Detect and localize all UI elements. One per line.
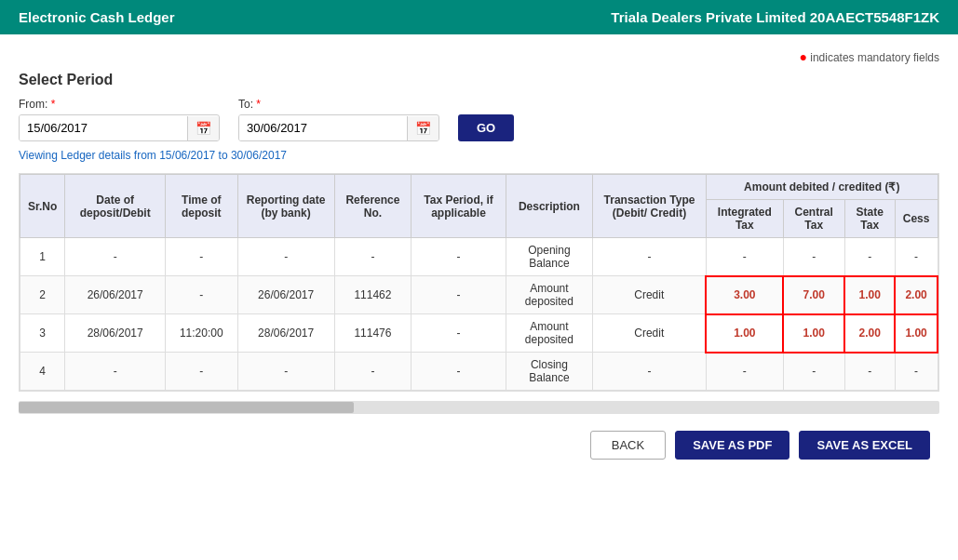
from-group: From: * 📅 (19, 98, 220, 141)
mandatory-dot: ● (799, 49, 806, 64)
save-excel-button[interactable]: SAVE AS EXCEL (799, 431, 930, 460)
integrated-tax-cell: - (706, 238, 783, 276)
tax-period-cell: - (412, 276, 506, 314)
mandatory-note: ● indicates mandatory fields (19, 49, 939, 64)
to-date-input-wrapper: 📅 (238, 114, 439, 141)
col-cess: Cess (895, 200, 938, 238)
viewing-info: Viewing Ledger details from 15/06/2017 t… (19, 149, 939, 162)
col-date: Date of deposit/Debit (65, 175, 166, 238)
transaction-type-cell: - (593, 353, 707, 391)
from-label: From: * (19, 98, 220, 111)
save-pdf-button[interactable]: SAVE AS PDF (675, 431, 789, 460)
col-reporting-date: Reporting date (by bank) (237, 175, 334, 238)
reporting-date-cell: 28/06/2017 (237, 314, 334, 353)
sr-no-cell: 1 (20, 238, 65, 276)
central-tax-cell: 1.00 (783, 314, 844, 353)
ref-no-cell: 111476 (334, 314, 412, 353)
footer-buttons: BACK SAVE AS PDF SAVE AS EXCEL (19, 425, 939, 465)
time-cell: - (165, 238, 237, 276)
to-group: To: * 📅 (238, 98, 439, 141)
col-state-tax: State Tax (844, 200, 895, 238)
to-label: To: * (238, 98, 439, 111)
page-title: Select Period (19, 72, 939, 88)
central-tax-cell: - (783, 238, 844, 276)
state-tax-cell: 1.00 (844, 276, 895, 314)
state-tax-cell: 2.00 (844, 314, 895, 353)
ref-no-cell: - (334, 238, 412, 276)
description-cell: Amount deposited (506, 276, 592, 314)
col-description: Description (506, 175, 592, 238)
time-cell: - (165, 353, 237, 391)
col-time: Time of deposit (165, 175, 237, 238)
company-info: Triala Dealers Private Limited 20AAECT55… (611, 9, 939, 25)
transaction-type-cell: - (593, 238, 707, 276)
from-date-input[interactable] (20, 115, 187, 140)
main-content: ● indicates mandatory fields Select Peri… (0, 34, 958, 480)
app-title: Electronic Cash Ledger (19, 9, 175, 25)
horizontal-scrollbar[interactable] (19, 401, 939, 414)
reporting-date-cell: - (237, 353, 334, 391)
col-amount-header: Amount debited / credited (₹) (706, 175, 938, 200)
col-ref-no: Reference No. (334, 175, 412, 238)
cess-cell: - (895, 353, 938, 391)
cess-cell: - (895, 238, 938, 276)
table-row: 4-----Closing Balance----- (20, 353, 938, 391)
time-cell: - (165, 276, 237, 314)
reporting-date-cell: 26/06/2017 (237, 276, 334, 314)
transaction-type-cell: Credit (593, 314, 707, 353)
ref-no-cell: 111462 (334, 276, 412, 314)
ledger-table: Sr.No Date of deposit/Debit Time of depo… (20, 174, 938, 391)
col-transaction-type: Transaction Type (Debit/ Credit) (593, 175, 707, 238)
back-button[interactable]: BACK (590, 431, 666, 460)
description-cell: Amount deposited (506, 314, 592, 353)
date-form-row: From: * 📅 To: * 📅 GO (19, 98, 939, 141)
central-tax-cell: - (783, 353, 844, 391)
sr-no-cell: 3 (20, 314, 65, 353)
table-row: 328/06/201711:20:0028/06/2017111476-Amou… (20, 314, 938, 353)
mandatory-text: indicates mandatory fields (810, 51, 939, 64)
description-cell: Opening Balance (506, 238, 592, 276)
col-integrated-tax: Integrated Tax (706, 200, 783, 238)
from-date-input-wrapper: 📅 (19, 114, 220, 141)
state-tax-cell: - (844, 238, 895, 276)
date-cell: - (65, 238, 166, 276)
central-tax-cell: 7.00 (783, 276, 844, 314)
ref-no-cell: - (334, 353, 412, 391)
date-cell: 28/06/2017 (65, 314, 166, 353)
cess-cell: 2.00 (895, 276, 938, 314)
date-cell: 26/06/2017 (65, 276, 166, 314)
sr-no-cell: 2 (20, 276, 65, 314)
description-cell: Closing Balance (506, 353, 592, 391)
col-central-tax: Central Tax (783, 200, 844, 238)
ledger-table-wrap: Sr.No Date of deposit/Debit Time of depo… (19, 173, 939, 392)
integrated-tax-cell: 3.00 (706, 276, 783, 314)
integrated-tax-cell: - (706, 353, 783, 391)
tax-period-cell: - (412, 238, 506, 276)
cess-cell: 1.00 (895, 314, 938, 353)
to-calendar-button[interactable]: 📅 (407, 116, 439, 140)
table-row: 226/06/2017-26/06/2017111462-Amount depo… (20, 276, 938, 314)
reporting-date-cell: - (237, 238, 334, 276)
to-date-input[interactable] (239, 115, 407, 140)
integrated-tax-cell: 1.00 (706, 314, 783, 353)
scroll-thumb (19, 402, 354, 413)
state-tax-cell: - (844, 353, 895, 391)
tax-period-cell: - (412, 353, 506, 391)
tax-period-cell: - (412, 314, 506, 353)
transaction-type-cell: Credit (593, 276, 707, 314)
app-header: Electronic Cash Ledger Triala Dealers Pr… (0, 0, 958, 34)
go-button[interactable]: GO (458, 114, 514, 141)
date-cell: - (65, 353, 166, 391)
sr-no-cell: 4 (20, 353, 65, 391)
from-calendar-button[interactable]: 📅 (187, 116, 219, 140)
col-tax-period: Tax Period, if applicable (412, 175, 506, 238)
time-cell: 11:20:00 (165, 314, 237, 353)
table-row: 1-----Opening Balance----- (20, 238, 938, 276)
col-sr-no: Sr.No (20, 175, 65, 238)
